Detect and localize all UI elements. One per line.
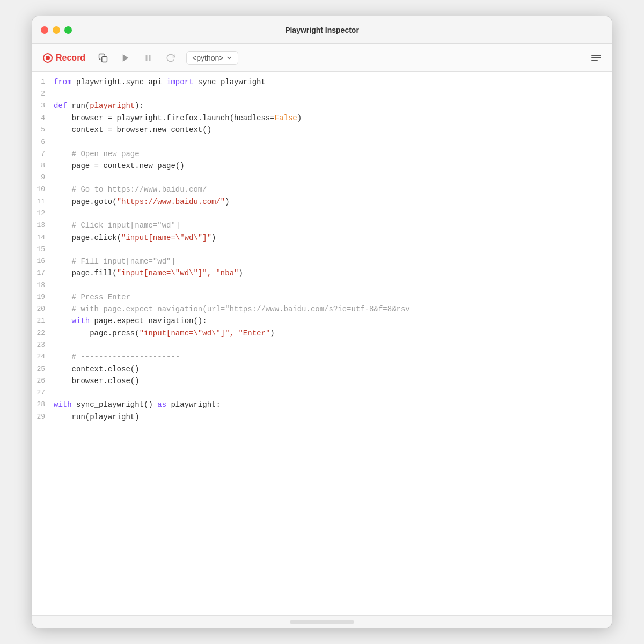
code-line: 2 xyxy=(32,88,612,100)
line-number: 3 xyxy=(32,100,54,112)
plain-token: page = context.new_page() xyxy=(54,162,185,170)
line-number: 19 xyxy=(32,291,54,303)
plain-token xyxy=(54,353,72,361)
line-content: page.press("input[name=\"wd\"]", "Enter"… xyxy=(54,327,612,339)
toolbar: Record xyxy=(32,44,612,72)
code-line: 21 with page.expect_navigation(): xyxy=(32,315,612,327)
close-button[interactable] xyxy=(41,26,48,34)
code-line: 25 context.close() xyxy=(32,363,612,375)
code-line: 20 # with page.expect_navigation(url="ht… xyxy=(32,303,612,315)
line-content: browser = playwright.firefox.launch(head… xyxy=(54,112,612,124)
code-line: 13 # Click input[name="wd"] xyxy=(32,219,612,231)
line-content: page.click("input[name=\"wd\"]") xyxy=(54,232,612,244)
code-editor[interactable]: 1from playwright.sync_api import sync_pl… xyxy=(32,72,612,615)
line-number: 11 xyxy=(32,196,54,208)
comment-token: # with page.expect_navigation(url="https… xyxy=(72,305,410,313)
line-content: run(playwright) xyxy=(54,411,612,423)
code-line: 5 context = browser.new_context() xyxy=(32,124,612,136)
svg-rect-2 xyxy=(146,55,148,61)
minimize-button[interactable] xyxy=(53,26,60,34)
record-button[interactable]: Record xyxy=(39,51,90,65)
keyword-token: with xyxy=(54,400,72,409)
line-number: 8 xyxy=(32,160,54,172)
line-number: 24 xyxy=(32,351,54,363)
code-line: 18 xyxy=(32,280,612,291)
status-bar xyxy=(32,615,612,628)
plain-token: ) xyxy=(297,114,302,122)
line-content: # Click input[name="wd"] xyxy=(54,219,612,231)
line-content: # Press Enter xyxy=(54,291,612,303)
plain-token: sync_playwright() xyxy=(72,400,158,409)
code-line: 28with sync_playwright() as playwright: xyxy=(32,399,612,411)
line-content: page.goto("https://www.baidu.com/") xyxy=(54,196,612,208)
string-token: "input[name=\"wd\"]", "Enter" xyxy=(140,329,270,338)
plain-token: page.fill( xyxy=(54,269,117,277)
plain-token xyxy=(54,317,72,325)
line-number: 28 xyxy=(32,399,54,411)
comment-token: # Fill input[name="wd"] xyxy=(72,257,175,266)
line-content: page.fill("input[name=\"wd\"]", "nba") xyxy=(54,267,612,279)
language-value: <python> xyxy=(192,54,223,62)
plain-token xyxy=(54,150,72,158)
plain-token xyxy=(54,221,72,230)
line-number: 26 xyxy=(32,375,54,387)
svg-rect-3 xyxy=(149,55,151,61)
copy-button[interactable] xyxy=(94,49,112,67)
plain-token: browser.close() xyxy=(54,377,140,385)
line-number: 27 xyxy=(32,387,54,399)
pause-button[interactable] xyxy=(139,49,157,67)
line-number: 21 xyxy=(32,315,54,327)
line-number: 29 xyxy=(32,411,54,423)
line-content: with sync_playwright() as playwright: xyxy=(54,399,612,411)
line-number: 2 xyxy=(32,88,54,100)
refresh-button[interactable] xyxy=(162,49,180,67)
svg-marker-1 xyxy=(123,54,129,62)
record-icon xyxy=(43,53,53,63)
plain-token: page.click( xyxy=(54,233,121,242)
code-line: 16 # Fill input[name="wd"] xyxy=(32,255,612,267)
line-number: 18 xyxy=(32,280,54,291)
line-number: 15 xyxy=(32,244,54,255)
plain-token: playwright: xyxy=(166,400,221,409)
line-number: 17 xyxy=(32,267,54,279)
comment-token: # Press Enter xyxy=(72,293,130,302)
comment-token: # Click input[name="wd"] xyxy=(72,221,180,230)
line-content: # ---------------------- xyxy=(54,351,612,363)
line-number: 7 xyxy=(32,148,54,160)
code-line: 22 page.press("input[name=\"wd\"]", "Ent… xyxy=(32,327,612,339)
line-number: 5 xyxy=(32,124,54,136)
plain-token: ): xyxy=(135,101,144,110)
line-number: 4 xyxy=(32,112,54,124)
comment-token: # Open new page xyxy=(72,150,140,158)
plain-token: page.press( xyxy=(54,329,140,338)
param-token: playwright xyxy=(90,101,135,110)
keyword-token: def xyxy=(54,101,67,110)
code-line: 17 page.fill("input[name=\"wd\"]", "nba"… xyxy=(32,267,612,279)
line-number: 1 xyxy=(32,76,54,88)
plain-token: context.close() xyxy=(54,365,140,374)
language-selector[interactable]: <python> xyxy=(186,51,238,65)
line-number: 10 xyxy=(32,184,54,195)
plain-token xyxy=(54,257,72,266)
boolean-token: False xyxy=(275,114,297,122)
line-content: # Go to https://www.baidu.com/ xyxy=(54,184,612,195)
menu-button[interactable] xyxy=(587,50,605,65)
line-number: 6 xyxy=(32,136,54,148)
code-line: 10 # Go to https://www.baidu.com/ xyxy=(32,184,612,195)
code-line: 1from playwright.sync_api import sync_pl… xyxy=(32,76,612,88)
code-line: 14 page.click("input[name=\"wd\"]") xyxy=(32,232,612,244)
plain-token: browser = playwright.firefox.launch(head… xyxy=(54,114,275,122)
line-number: 25 xyxy=(32,363,54,375)
line-number: 13 xyxy=(32,219,54,231)
code-line: 7 # Open new page xyxy=(32,148,612,160)
plain-token: ) xyxy=(270,329,274,338)
string-token: "input[name=\"wd\"]" xyxy=(121,233,211,242)
title-bar: Playwright Inspector xyxy=(32,16,612,44)
plain-token: page.expect_navigation(): xyxy=(90,317,207,325)
line-content: with page.expect_navigation(): xyxy=(54,315,612,327)
plain-token: ) xyxy=(211,233,216,242)
run-button[interactable] xyxy=(116,49,135,67)
code-line: 6 xyxy=(32,136,612,148)
maximize-button[interactable] xyxy=(64,26,72,34)
plain-token: page.goto( xyxy=(54,197,117,206)
